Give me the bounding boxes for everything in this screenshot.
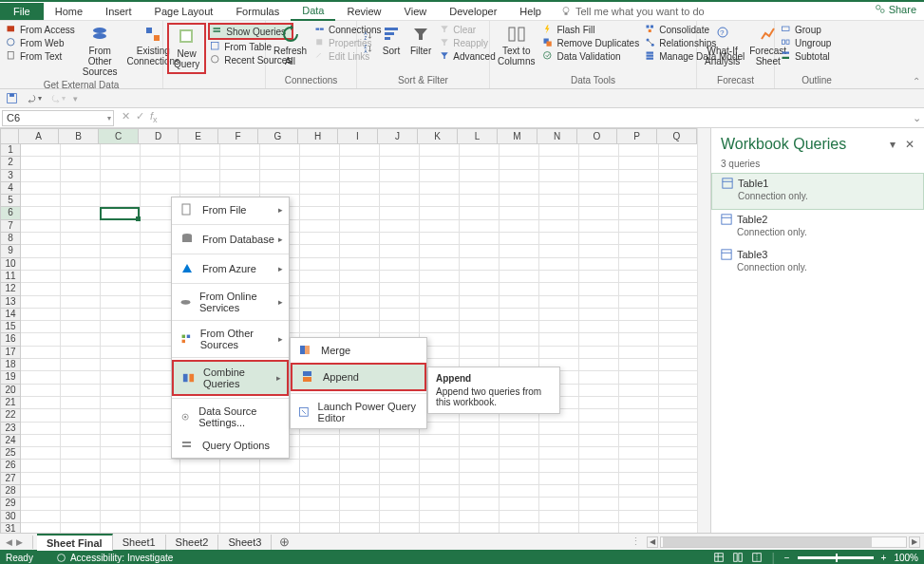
row-header-14[interactable]: 14 <box>0 309 21 321</box>
row-header-10[interactable]: 10 <box>0 258 21 271</box>
query-item-table2[interactable]: Table2 Connection only. <box>711 210 924 245</box>
col-header-Q[interactable]: Q <box>657 128 697 144</box>
tab-data[interactable]: Data <box>291 2 335 21</box>
row-header-15[interactable]: 15 <box>0 321 21 333</box>
row-header-25[interactable]: 25 <box>0 447 21 460</box>
flash-fill-button[interactable]: Flash Fill <box>540 23 641 36</box>
row-header-16[interactable]: 16 <box>0 333 21 346</box>
row-header-22[interactable]: 22 <box>0 409 21 422</box>
name-box[interactable]: C6 ▾ <box>2 110 114 126</box>
col-header-H[interactable]: H <box>298 128 338 144</box>
col-header-I[interactable]: I <box>338 128 378 144</box>
sheet-tab-3[interactable]: Sheet3 <box>218 535 272 550</box>
sort-button[interactable]: Sort <box>378 23 405 63</box>
vertical-scrollbar[interactable] <box>697 128 710 533</box>
from-access-button[interactable]: From Access <box>4 23 77 36</box>
row-header-20[interactable]: 20 <box>0 385 21 397</box>
accessibility-status[interactable]: Accessibility: Investigate <box>56 553 173 563</box>
ungroup-button[interactable]: Ungroup <box>779 36 833 49</box>
col-header-G[interactable]: G <box>258 128 298 144</box>
menu-query-options[interactable]: Query Options <box>172 433 289 458</box>
save-button[interactable] <box>6 92 18 104</box>
from-web-button[interactable]: From Web <box>4 36 77 49</box>
expand-formula-bar[interactable]: ⌄ <box>909 112 924 124</box>
sheet-nav-next[interactable]: ▶ <box>16 537 23 547</box>
row-header-17[interactable]: 17 <box>0 347 21 359</box>
view-page-break[interactable] <box>751 552 763 565</box>
queries-pane-close[interactable]: ✕ <box>905 138 915 151</box>
menu-from-azure[interactable]: From Azure▸ <box>172 256 289 281</box>
sheet-tab-1[interactable]: Sheet1 <box>113 535 166 550</box>
col-header-M[interactable]: M <box>498 128 537 144</box>
col-header-P[interactable]: P <box>617 128 657 144</box>
row-header-31[interactable]: 31 <box>0 523 21 533</box>
row-header-19[interactable]: 19 <box>0 371 21 384</box>
sheet-nav-prev[interactable]: ◀ <box>6 537 12 547</box>
col-header-K[interactable]: K <box>418 128 458 144</box>
row-header-3[interactable]: 3 <box>0 170 21 182</box>
col-header-D[interactable]: D <box>139 128 179 144</box>
row-header-1[interactable]: 1 <box>0 144 21 157</box>
collapse-ribbon-icon[interactable]: ⌃ <box>913 76 920 86</box>
menu-combine-queries[interactable]: Combine Queries▸ <box>172 360 289 396</box>
row-header-2[interactable]: 2 <box>0 157 21 169</box>
col-header-N[interactable]: N <box>537 128 577 144</box>
tab-view[interactable]: View <box>393 3 439 20</box>
col-header-L[interactable]: L <box>458 128 498 144</box>
menu-data-source-settings[interactable]: Data Source Settings... <box>172 401 289 433</box>
row-header-8[interactable]: 8 <box>0 233 21 245</box>
row-header-26[interactable]: 26 <box>0 460 21 472</box>
tell-me-search[interactable]: Tell me what you want to do <box>560 6 705 17</box>
menu-launch-pq-editor[interactable]: Launch Power Query Editor <box>291 396 426 428</box>
queries-pane-dropdown[interactable]: ▾ <box>890 138 896 151</box>
menu-from-online[interactable]: From Online Services▸ <box>172 286 289 318</box>
advanced-button[interactable]: Advanced <box>437 49 497 63</box>
zoom-out[interactable]: − <box>784 553 790 563</box>
menu-append[interactable]: Append <box>291 363 426 391</box>
col-header-F[interactable]: F <box>218 128 258 144</box>
col-header-A[interactable]: A <box>19 128 59 144</box>
row-header-29[interactable]: 29 <box>0 498 21 510</box>
col-header-B[interactable]: B <box>59 128 99 144</box>
menu-merge[interactable]: Merge <box>291 338 426 363</box>
share-button[interactable]: Share <box>875 4 916 15</box>
row-header-7[interactable]: 7 <box>0 220 21 233</box>
tab-developer[interactable]: Developer <box>438 3 508 20</box>
row-header-13[interactable]: 13 <box>0 296 21 309</box>
row-header-18[interactable]: 18 <box>0 359 21 371</box>
row-header-12[interactable]: 12 <box>0 283 21 295</box>
col-header-C[interactable]: C <box>99 128 139 144</box>
from-other-sources-button[interactable]: From Other Sources <box>79 23 122 79</box>
query-item-table1[interactable]: Table1 Connection only. <box>711 173 924 210</box>
menu-from-other[interactable]: From Other Sources▸ <box>172 323 289 355</box>
filter-button[interactable]: Filter <box>406 23 435 63</box>
menu-from-file[interactable]: From File▸ <box>172 197 289 222</box>
row-header-27[interactable]: 27 <box>0 473 21 485</box>
select-all-corner[interactable] <box>0 128 19 144</box>
query-item-table3[interactable]: Table3 Connection only. <box>711 245 924 280</box>
redo-button[interactable]: ▾ <box>49 92 66 104</box>
row-header-9[interactable]: 9 <box>0 245 21 257</box>
active-cell[interactable] <box>100 207 140 220</box>
row-header-6[interactable]: 6 <box>0 207 21 219</box>
worksheet-grid[interactable]: ABCDEFGHIJKLMNOPQ 1234567891011121314151… <box>0 128 697 533</box>
row-header-21[interactable]: 21 <box>0 397 21 409</box>
row-header-23[interactable]: 23 <box>0 423 21 435</box>
sort-za-button[interactable]: ZA <box>361 43 376 56</box>
row-header-4[interactable]: 4 <box>0 182 21 195</box>
tab-home[interactable]: Home <box>44 3 94 20</box>
menu-from-database[interactable]: From Database▸ <box>172 227 289 252</box>
view-normal[interactable] <box>713 552 725 565</box>
add-sheet-button[interactable]: ⊕ <box>272 535 297 549</box>
tab-pagelayout[interactable]: Page Layout <box>143 3 225 20</box>
new-query-button[interactable]: New Query <box>170 26 203 71</box>
from-text-button[interactable]: From Text <box>4 49 77 63</box>
hscroll-left[interactable]: ◀ <box>647 536 658 548</box>
text-to-columns-button[interactable]: Text to Columns <box>494 23 538 68</box>
tab-file[interactable]: File <box>0 3 44 20</box>
sheet-tab-final[interactable]: Sheet Final <box>37 534 113 551</box>
sort-az-button[interactable]: AZ <box>361 29 376 43</box>
row-header-28[interactable]: 28 <box>0 485 21 498</box>
sheet-tab-2[interactable]: Sheet2 <box>166 535 219 550</box>
remove-duplicates-button[interactable]: Remove Duplicates <box>540 36 641 49</box>
